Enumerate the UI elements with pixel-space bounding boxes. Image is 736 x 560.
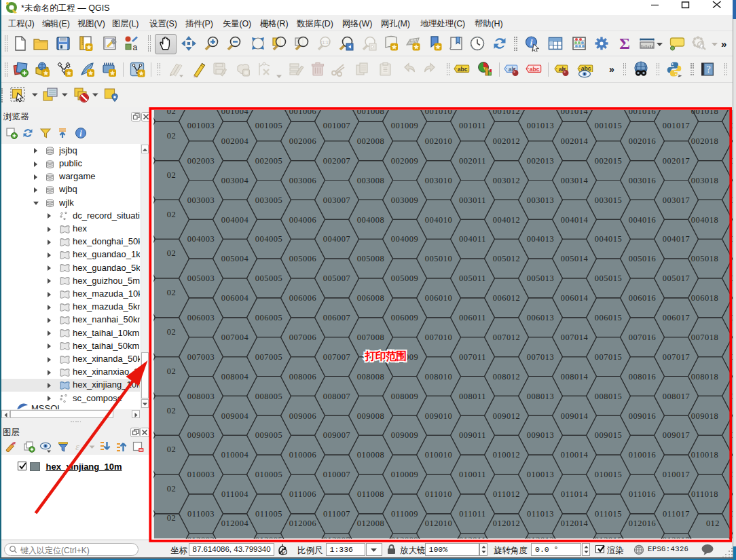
svg-text:打印范围: 打印范围 [365, 350, 407, 362]
